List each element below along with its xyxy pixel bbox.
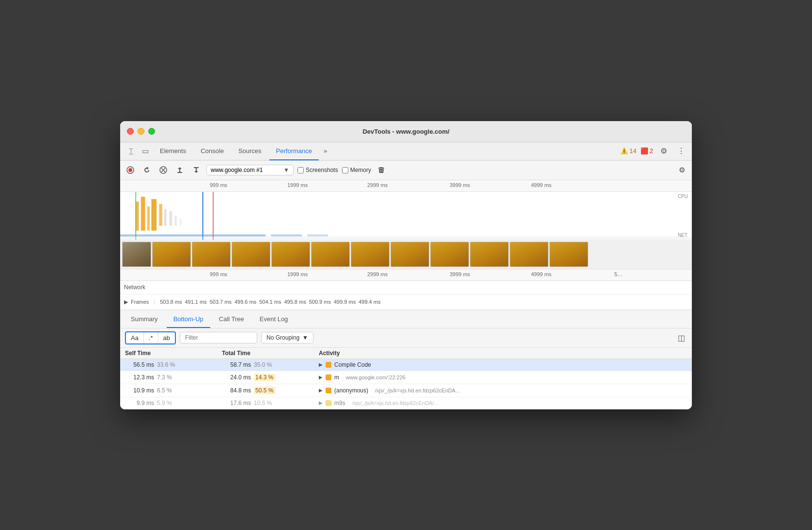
- reload-record-button[interactable]: [141, 164, 153, 176]
- table-row[interactable]: 12.3 ms 7.3 % 24.0 ms 14.3 % ▶ m www.goo…: [120, 371, 692, 384]
- maximize-button[interactable]: [148, 128, 155, 135]
- tab-right-controls: ⚠️ 14 🟥 2 ⚙ ⋮: [620, 144, 688, 158]
- close-button[interactable]: [127, 128, 134, 135]
- total-time-cell: 58.7 ms 35.0 %: [222, 361, 319, 368]
- self-time-cell: 10.9 ms 6.5 %: [125, 387, 222, 394]
- tab-elements[interactable]: Elements: [153, 142, 193, 160]
- frame-time-6: 500.9 ms: [309, 299, 331, 305]
- expand-icon[interactable]: ▶: [319, 362, 323, 367]
- upload-button[interactable]: [173, 164, 186, 176]
- traffic-lights: [127, 128, 155, 135]
- filter-bar: Aa .* ab No Grouping ▼ ◫: [120, 328, 692, 348]
- total-time-cell: 24.0 ms 14.3 %: [222, 374, 319, 381]
- screenshots-row: [120, 240, 692, 269]
- screenshot-thumb[interactable]: [470, 242, 509, 267]
- ruler-mark-3999: 3999 ms: [450, 182, 470, 188]
- network-label: Network: [124, 284, 145, 291]
- frames-label: Frames: [131, 299, 149, 305]
- timeline-ruler-bottom: 999 ms 1999 ms 2999 ms 3999 ms 4999 ms 5…: [120, 269, 692, 281]
- screenshot-thumb[interactable]: [122, 242, 151, 267]
- table-row[interactable]: 9.9 ms 5.9 % 17.6 ms 10.5 % ▶ m9s /xjs/_…: [120, 397, 692, 409]
- screenshots-checkbox[interactable]: Screenshots: [297, 167, 338, 173]
- match-whole-button[interactable]: ab: [158, 332, 175, 343]
- error-icon: 🟥: [640, 147, 648, 155]
- grouping-dropdown[interactable]: No Grouping ▼: [261, 332, 313, 343]
- tab-summary[interactable]: Summary: [124, 310, 165, 328]
- frames-expand-button[interactable]: ▶: [124, 299, 128, 305]
- device-icon[interactable]: ▭: [139, 144, 152, 158]
- expand-icon[interactable]: ▶: [319, 388, 323, 393]
- svg-rect-19: [307, 234, 328, 236]
- screenshot-thumb[interactable]: [192, 242, 231, 267]
- total-ms-1: 24.0 ms: [222, 374, 251, 381]
- screenshot-thumb[interactable]: [430, 242, 469, 267]
- memory-checkbox[interactable]: Memory: [342, 167, 371, 173]
- self-time-cell: 9.9 ms 5.9 %: [125, 400, 222, 406]
- screenshot-thumb[interactable]: [351, 242, 390, 267]
- self-time-cell: 56.5 ms 33.6 %: [125, 361, 222, 368]
- svg-rect-15: [202, 192, 203, 240]
- case-sensitive-button[interactable]: Aa: [126, 332, 144, 343]
- collapse-panel-button[interactable]: ◫: [676, 331, 687, 344]
- tab-console[interactable]: Console: [194, 142, 231, 160]
- frame-time-1: 491.1 ms: [185, 299, 206, 305]
- screenshot-thumb[interactable]: [311, 242, 350, 267]
- screenshot-thumb[interactable]: [271, 242, 310, 267]
- filter-input[interactable]: [180, 332, 257, 343]
- cpu-chart: CPU NET: [120, 192, 692, 240]
- activity-url-3: /xjs/_/js/k=xjs.hd.en.fdzp62cEnDA/…: [352, 400, 439, 406]
- tab-performance[interactable]: Performance: [269, 142, 319, 160]
- frame-time-7: 499.9 ms: [334, 299, 356, 305]
- screenshot-thumb[interactable]: [152, 242, 191, 267]
- screenshot-thumb[interactable]: [232, 242, 270, 267]
- minimize-button[interactable]: [138, 128, 144, 135]
- activity-url-1: www.google.com/:22:226: [346, 374, 406, 380]
- clear-button[interactable]: [157, 164, 170, 176]
- delete-profile-button[interactable]: [375, 164, 388, 176]
- cursor-icon[interactable]: ⌶: [124, 144, 138, 158]
- svg-rect-16: [213, 192, 214, 240]
- titlebar: DevTools - www.google.com/: [120, 121, 692, 142]
- activity-color: [326, 362, 331, 368]
- frame-time-5: 495.8 ms: [284, 299, 306, 305]
- screenshot-thumb[interactable]: [390, 242, 429, 267]
- activity-color: [326, 400, 331, 406]
- svg-rect-17: [120, 234, 265, 236]
- bottom-ruler-mark-2999: 2999 ms: [367, 271, 388, 277]
- record-button[interactable]: [124, 164, 137, 176]
- profile-selector[interactable]: www.google.com #1 ▼: [206, 165, 294, 175]
- screenshot-thumb[interactable]: [510, 242, 548, 267]
- expand-icon[interactable]: ▶: [319, 400, 323, 405]
- screenshot-thumb[interactable]: [549, 242, 588, 267]
- activity-color: [326, 388, 331, 393]
- regex-button[interactable]: .*: [144, 332, 158, 343]
- header-total-time[interactable]: Total Time: [222, 350, 319, 357]
- warning-badge[interactable]: ⚠️ 14: [620, 147, 636, 155]
- error-badge[interactable]: 🟥 2: [640, 147, 653, 155]
- tab-sources[interactable]: Sources: [232, 142, 268, 160]
- total-pct-3: 10.5 %: [254, 400, 276, 406]
- activity-cell: ▶ Compile Code: [319, 361, 687, 368]
- activity-name-0: Compile Code: [334, 361, 371, 368]
- self-ms-1: 12.3 ms: [125, 374, 154, 381]
- download-button[interactable]: [190, 164, 203, 176]
- tab-event-log[interactable]: Event Log: [253, 310, 295, 328]
- self-ms-0: 56.5 ms: [125, 361, 154, 368]
- more-options-icon[interactable]: ⋮: [674, 144, 688, 158]
- ruler-mark-2999: 2999 ms: [367, 182, 388, 188]
- capture-settings-button[interactable]: ⚙: [675, 164, 688, 176]
- tab-bottom-up[interactable]: Bottom-Up: [167, 310, 210, 328]
- table-row[interactable]: 56.5 ms 33.6 % 58.7 ms 35.0 % ▶ Compile …: [120, 359, 692, 371]
- bottom-ruler-mark-1999: 1999 ms: [287, 271, 308, 277]
- more-tabs-button[interactable]: »: [320, 147, 331, 155]
- expand-icon[interactable]: ▶: [319, 374, 323, 380]
- dropdown-icon: ▼: [283, 167, 289, 173]
- tab-call-tree[interactable]: Call Tree: [212, 310, 251, 328]
- bottom-tabs: Summary Bottom-Up Call Tree Event Log: [120, 310, 692, 328]
- settings-icon[interactable]: ⚙: [657, 144, 671, 158]
- activity-url-2: /xjs/_/js/k=xjs.hd.en.fdzp62cEnDA…: [375, 388, 461, 393]
- window-title: DevTools - www.google.com/: [362, 128, 449, 135]
- dropdown-arrow-icon: ▼: [302, 334, 308, 341]
- table-row[interactable]: 10.9 ms 6.5 % 84.8 ms 50.5 % ▶ (anonymou…: [120, 384, 692, 397]
- header-self-time[interactable]: Self Time: [125, 350, 222, 357]
